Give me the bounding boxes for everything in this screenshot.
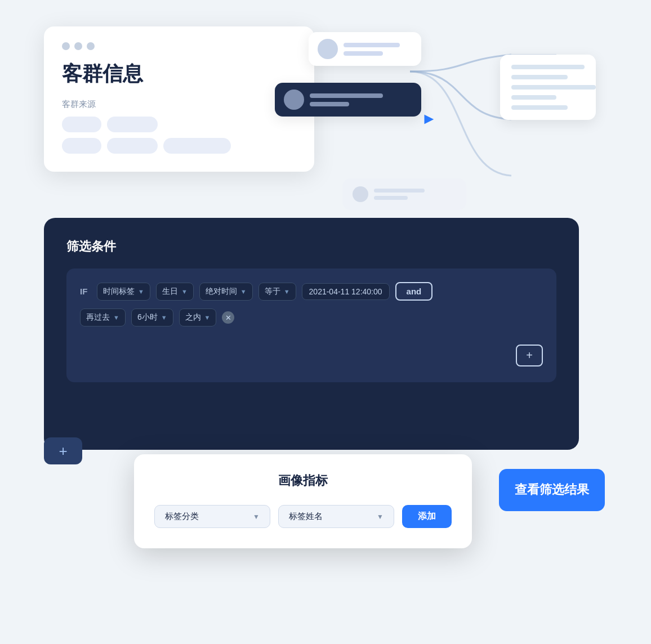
tree-line	[344, 51, 383, 56]
field-pass-again[interactable]: 再过去 ▼	[80, 308, 126, 327]
view-result-button[interactable]: 查看筛选结果	[499, 469, 605, 511]
pill-5	[163, 138, 231, 154]
list-line	[511, 75, 568, 79]
tree-lines-top	[344, 43, 400, 56]
metric-popup: 画像指标 标签分类 ▼ 标签姓名 ▼ 添加	[134, 454, 472, 548]
add-tag-button[interactable]: 添加	[402, 505, 452, 528]
rule-box: IF 时间标签 ▼ 生日 ▼ 绝对时间 ▼ 等于 ▼ 2021-04-	[66, 269, 556, 382]
field-equals[interactable]: 等于 ▼	[258, 283, 296, 301]
chevron-down-icon: ▼	[240, 288, 247, 295]
rule-row-1: IF 时间标签 ▼ 生日 ▼ 绝对时间 ▼ 等于 ▼ 2021-04-	[80, 282, 543, 301]
right-list-card	[500, 55, 596, 120]
tree-avatar-bottom	[353, 186, 368, 202]
pill-2	[107, 117, 158, 132]
tree-card-top	[309, 32, 421, 66]
if-label: IF	[80, 287, 91, 296]
chevron-down-icon: ▼	[161, 314, 167, 321]
tree-line-b	[374, 196, 408, 200]
tree-avatar-light	[318, 39, 338, 59]
tree-line-b	[374, 189, 425, 193]
field-within[interactable]: 之内 ▼	[179, 308, 217, 327]
blue-arrow-icon: ►	[421, 110, 437, 128]
datetime-value[interactable]: 2021-04-11 12:40:00	[302, 283, 390, 300]
tree-card-bottom	[342, 178, 466, 210]
popup-row: 标签分类 ▼ 标签姓名 ▼ 添加	[154, 505, 452, 528]
field-time-tag[interactable]: 时间标签 ▼	[97, 283, 150, 301]
chevron-down-icon: ▼	[377, 513, 384, 521]
chevron-down-icon: ▼	[113, 314, 119, 321]
tree-lines-dark	[310, 93, 383, 106]
field-6hours[interactable]: 6小时 ▼	[131, 308, 173, 327]
close-icon[interactable]: ✕	[222, 311, 234, 324]
rule-row-2: 再过去 ▼ 6小时 ▼ 之内 ▼ ✕	[80, 308, 543, 327]
tree-line	[344, 43, 400, 47]
list-line	[511, 85, 596, 90]
pill-1	[62, 117, 101, 132]
tree-avatar-dark	[284, 90, 304, 110]
tree-line	[310, 102, 349, 106]
dot-green	[87, 42, 95, 50]
popup-title: 画像指标	[154, 472, 452, 489]
chevron-down-icon: ▼	[253, 513, 260, 521]
dot-red	[62, 42, 70, 50]
pill-3	[62, 138, 101, 154]
list-line	[511, 105, 568, 110]
dot-yellow	[74, 42, 82, 50]
pill-4	[107, 138, 158, 154]
list-line	[511, 95, 556, 100]
add-condition-button[interactable]: +	[516, 345, 543, 366]
filter-panel-title: 筛选条件	[66, 238, 556, 255]
add-left-button[interactable]: +	[44, 437, 82, 464]
chevron-down-icon: ▼	[138, 288, 144, 295]
chevron-down-icon: ▼	[204, 314, 211, 321]
tree-line	[310, 93, 383, 98]
field-absolute-time[interactable]: 绝对时间 ▼	[199, 283, 253, 301]
and-button[interactable]: and	[395, 282, 433, 301]
field-birthday[interactable]: 生日 ▼	[156, 283, 194, 301]
tag-category-select[interactable]: 标签分类 ▼	[154, 505, 270, 528]
chevron-down-icon: ▼	[284, 288, 290, 295]
tree-illustration: ►	[241, 26, 601, 240]
list-line	[511, 65, 585, 69]
chevron-down-icon: ▼	[181, 288, 188, 295]
tag-name-select[interactable]: 标签姓名 ▼	[278, 505, 394, 528]
tree-card-dark	[275, 83, 421, 117]
filter-panel: 筛选条件 IF 时间标签 ▼ 生日 ▼ 绝对时间 ▼ 等于	[44, 218, 579, 450]
